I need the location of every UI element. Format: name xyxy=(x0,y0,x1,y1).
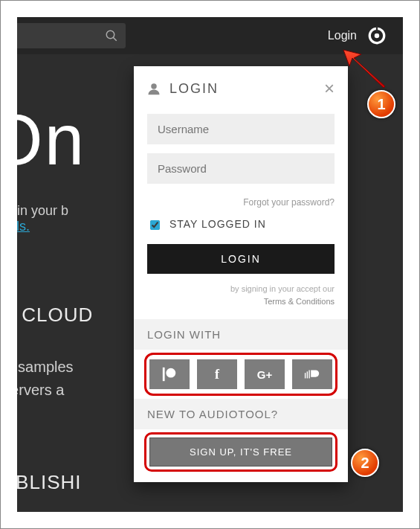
soundcloud-icon xyxy=(304,366,320,382)
stay-logged-in-checkbox[interactable] xyxy=(150,220,160,230)
search-box[interactable] xyxy=(17,23,126,48)
login-panel: LOGIN × Forgot your password? STAY LOGGE… xyxy=(134,66,348,482)
hero-subtitle: right in your b details. xyxy=(17,203,68,234)
google-plus-icon: G+ xyxy=(257,368,272,381)
details-link[interactable]: details. xyxy=(17,219,30,234)
patreon-icon xyxy=(161,366,178,382)
section-publish-heading: PUBLISHI xyxy=(17,471,82,494)
audiotool-logo-icon[interactable] xyxy=(367,26,387,45)
search-icon xyxy=(105,29,118,42)
svg-point-5 xyxy=(151,83,157,89)
stay-logged-in-label: STAY LOGGED IN xyxy=(169,218,266,230)
soundcloud-login-button[interactable] xyxy=(292,359,332,389)
signup-button[interactable]: SIGN UP, IT'S FREE xyxy=(149,437,332,467)
password-input[interactable] xyxy=(147,153,335,184)
username-input[interactable] xyxy=(147,114,335,144)
svg-point-6 xyxy=(166,368,175,378)
svg-point-3 xyxy=(375,33,380,39)
svg-rect-10 xyxy=(308,371,309,379)
section-cloud-text: cks, samples ol servers a xyxy=(17,356,74,402)
close-icon[interactable]: × xyxy=(324,80,335,97)
new-to-label: NEW TO AUDIOTOOL? xyxy=(134,399,348,429)
svg-rect-9 xyxy=(307,371,308,378)
svg-line-1 xyxy=(113,37,117,41)
svg-rect-7 xyxy=(163,368,165,381)
terms-text: by signing in your accept our Terms & Co… xyxy=(147,283,335,307)
svg-point-0 xyxy=(106,31,114,39)
section-cloud-heading: HE CLOUD xyxy=(17,304,93,327)
forgot-password-link[interactable]: Forgot your password? xyxy=(147,197,335,208)
user-icon xyxy=(147,82,161,95)
callout-badge-2: 2 xyxy=(351,449,379,477)
login-with-label: LOGIN WITH xyxy=(134,319,348,350)
svg-rect-4 xyxy=(376,26,378,33)
login-button[interactable]: LOGIN xyxy=(147,244,335,274)
facebook-login-button[interactable]: f xyxy=(197,359,237,389)
login-link[interactable]: Login xyxy=(328,29,357,42)
svg-rect-8 xyxy=(305,373,306,378)
terms-link[interactable]: Terms & Conditions xyxy=(264,297,335,306)
google-login-button[interactable]: G+ xyxy=(245,359,285,389)
patreon-login-button[interactable] xyxy=(149,359,190,389)
panel-title: LOGIN xyxy=(169,81,219,97)
social-login-row: f G+ xyxy=(144,353,337,396)
top-bar: Login xyxy=(17,17,403,54)
facebook-icon: f xyxy=(215,367,219,382)
callout-badge-1: 1 xyxy=(367,90,395,118)
